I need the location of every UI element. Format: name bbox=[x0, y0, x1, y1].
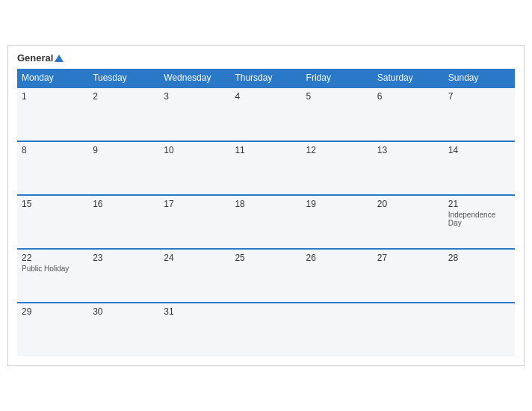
calendar-day-cell: 12 bbox=[302, 141, 373, 195]
day-number: 8 bbox=[22, 145, 84, 155]
day-number: 26 bbox=[306, 253, 368, 263]
holiday-label: Independence Day bbox=[448, 211, 510, 227]
calendar-table: MondayTuesdayWednesdayThursdayFridaySatu… bbox=[17, 69, 515, 356]
calendar-day-cell bbox=[444, 303, 515, 356]
day-number: 16 bbox=[93, 199, 155, 209]
calendar-week-row: 1234567 bbox=[17, 87, 515, 141]
calendar-day-cell: 30 bbox=[88, 303, 159, 356]
calendar-wrapper: General MondayTuesdayWednesdayThursdayFr… bbox=[7, 45, 525, 366]
calendar-day-cell: 31 bbox=[159, 303, 230, 356]
day-number: 15 bbox=[22, 199, 84, 209]
calendar-day-cell: 23 bbox=[88, 249, 159, 303]
weekday-header-wednesday: Wednesday bbox=[159, 69, 230, 87]
day-number: 30 bbox=[93, 306, 155, 317]
day-number: 25 bbox=[235, 253, 297, 263]
calendar-day-cell: 1 bbox=[17, 87, 88, 141]
calendar-day-cell: 11 bbox=[230, 141, 301, 195]
calendar-day-cell: 4 bbox=[230, 87, 301, 141]
calendar-day-cell: 20 bbox=[373, 195, 444, 249]
calendar-day-cell: 18 bbox=[230, 195, 301, 249]
calendar-day-cell: 7 bbox=[444, 87, 515, 141]
calendar-day-cell bbox=[230, 303, 301, 356]
calendar-header: General bbox=[17, 53, 515, 63]
day-number: 28 bbox=[448, 253, 510, 263]
calendar-day-cell: 15 bbox=[17, 195, 88, 249]
day-number: 11 bbox=[235, 145, 297, 155]
weekday-header-friday: Friday bbox=[302, 69, 373, 87]
weekday-header-row: MondayTuesdayWednesdayThursdayFridaySatu… bbox=[17, 69, 515, 87]
calendar-day-cell: 16 bbox=[88, 195, 159, 249]
calendar-day-cell: 26 bbox=[302, 249, 373, 303]
calendar-day-cell: 19 bbox=[302, 195, 373, 249]
weekday-header-saturday: Saturday bbox=[373, 69, 444, 87]
calendar-day-cell: 17 bbox=[159, 195, 230, 249]
weekday-header-monday: Monday bbox=[17, 69, 88, 87]
calendar-day-cell bbox=[302, 303, 373, 356]
weekday-header-tuesday: Tuesday bbox=[88, 69, 159, 87]
day-number: 23 bbox=[93, 253, 155, 263]
calendar-day-cell: 10 bbox=[159, 141, 230, 195]
day-number: 22 bbox=[22, 253, 84, 263]
day-number: 29 bbox=[22, 306, 84, 317]
day-number: 17 bbox=[164, 199, 226, 209]
day-number: 24 bbox=[164, 253, 226, 263]
day-number: 7 bbox=[448, 91, 510, 102]
calendar-day-cell: 8 bbox=[17, 141, 88, 195]
day-number: 14 bbox=[448, 145, 510, 155]
calendar-day-cell: 2 bbox=[88, 87, 159, 141]
day-number: 13 bbox=[377, 145, 439, 155]
day-number: 12 bbox=[306, 145, 368, 155]
weekday-header-sunday: Sunday bbox=[444, 69, 515, 87]
day-number: 6 bbox=[377, 91, 439, 102]
calendar-day-cell: 27 bbox=[373, 249, 444, 303]
calendar-week-row: 22Public Holiday232425262728 bbox=[17, 249, 515, 303]
calendar-day-cell: 22Public Holiday bbox=[17, 249, 88, 303]
calendar-day-cell: 5 bbox=[302, 87, 373, 141]
day-number: 4 bbox=[235, 91, 297, 102]
calendar-day-cell bbox=[373, 303, 444, 356]
day-number: 20 bbox=[377, 199, 439, 209]
weekday-header-thursday: Thursday bbox=[230, 69, 301, 87]
day-number: 18 bbox=[235, 199, 297, 209]
calendar-day-cell: 29 bbox=[17, 303, 88, 356]
calendar-day-cell: 6 bbox=[373, 87, 444, 141]
day-number: 31 bbox=[164, 306, 226, 317]
logo-triangle-icon bbox=[55, 55, 64, 62]
day-number: 21 bbox=[448, 199, 510, 209]
day-number: 19 bbox=[306, 199, 368, 209]
day-number: 27 bbox=[377, 253, 439, 263]
calendar-day-cell: 24 bbox=[159, 249, 230, 303]
calendar-day-cell: 13 bbox=[373, 141, 444, 195]
calendar-week-row: 891011121314 bbox=[17, 141, 515, 195]
calendar-week-row: 293031 bbox=[17, 303, 515, 356]
holiday-label: Public Holiday bbox=[22, 265, 84, 273]
calendar-day-cell: 25 bbox=[230, 249, 301, 303]
calendar-thead: MondayTuesdayWednesdayThursdayFridaySatu… bbox=[17, 69, 515, 87]
day-number: 9 bbox=[93, 145, 155, 155]
day-number: 3 bbox=[164, 91, 226, 102]
logo-general-text: General bbox=[17, 53, 64, 63]
calendar-day-cell: 28 bbox=[444, 249, 515, 303]
calendar-week-row: 15161718192021Independence Day bbox=[17, 195, 515, 249]
calendar-day-cell: 9 bbox=[88, 141, 159, 195]
day-number: 2 bbox=[93, 91, 155, 102]
calendar-day-cell: 14 bbox=[444, 141, 515, 195]
calendar-day-cell: 21Independence Day bbox=[444, 195, 515, 249]
calendar-tbody: 123456789101112131415161718192021Indepen… bbox=[17, 87, 515, 356]
logo: General bbox=[17, 53, 64, 63]
day-number: 10 bbox=[164, 145, 226, 155]
day-number: 5 bbox=[306, 91, 368, 102]
day-number: 1 bbox=[22, 91, 84, 102]
calendar-day-cell: 3 bbox=[159, 87, 230, 141]
